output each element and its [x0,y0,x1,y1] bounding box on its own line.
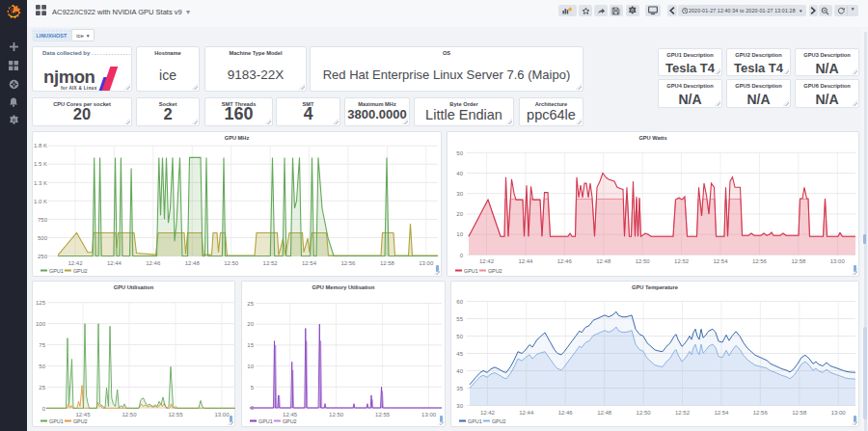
svg-text:12:55: 12:55 [375,412,391,418]
svg-text:12:56: 12:56 [340,260,356,266]
svg-text:GPU2: GPU2 [283,418,297,424]
svg-text:12:44: 12:44 [519,410,534,416]
svg-text:13:00: 13:00 [831,410,847,416]
svg-text:12:54: 12:54 [714,410,729,416]
svg-text:40: 40 [456,171,463,176]
svg-text:GPU2: GPU2 [73,268,88,274]
svg-text:GPU1: GPU1 [468,418,482,424]
svg-text:12:42: 12:42 [480,410,496,416]
svg-text:GPU1: GPU1 [258,418,273,424]
svg-text:10: 10 [456,231,463,237]
svg-text:1.3 K: 1.3 K [34,180,47,186]
svg-text:12:48: 12:48 [185,260,201,266]
svg-text:0: 0 [460,253,464,258]
svg-text:100: 100 [36,321,46,327]
svg-text:50: 50 [456,150,463,156]
svg-text:13:00: 13:00 [214,412,230,418]
svg-text:13:00: 13:00 [419,260,434,266]
svg-text:12:52: 12:52 [674,258,690,264]
svg-text:12:50: 12:50 [637,410,652,416]
svg-text:GPU2: GPU2 [492,418,506,424]
svg-text:35: 35 [456,386,463,391]
svg-text:12:50: 12:50 [122,412,137,418]
svg-text:5: 5 [251,385,255,391]
svg-text:12:50: 12:50 [224,260,239,266]
svg-text:15: 15 [247,342,254,348]
svg-text:12:58: 12:58 [791,258,806,264]
svg-text:12:42: 12:42 [479,258,495,264]
svg-text:30: 30 [456,403,463,409]
svg-text:12:52: 12:52 [675,410,691,416]
svg-text:1.5 K: 1.5 K [34,161,47,167]
svg-text:12:54: 12:54 [302,260,317,266]
svg-text:GPU2: GPU2 [488,268,502,274]
svg-text:12:45: 12:45 [283,412,298,418]
svg-text:1.8 K: 1.8 K [34,143,47,148]
svg-text:GPU1: GPU1 [49,268,64,274]
svg-text:125: 125 [36,300,46,306]
svg-text:750: 750 [38,217,48,223]
svg-text:12:58: 12:58 [380,260,395,266]
svg-text:13:00: 13:00 [830,258,846,264]
svg-text:20: 20 [456,211,463,217]
svg-text:12:48: 12:48 [597,410,612,416]
svg-text:50: 50 [39,364,45,369]
svg-text:55: 55 [456,316,463,322]
svg-text:12:44: 12:44 [518,258,533,264]
svg-text:40: 40 [456,368,463,374]
svg-text:20: 20 [247,321,254,327]
svg-text:10: 10 [247,364,254,369]
svg-text:GPU2: GPU2 [73,418,88,424]
svg-text:13:00: 13:00 [421,412,437,418]
svg-text:30: 30 [456,191,463,197]
svg-text:45: 45 [456,351,463,357]
svg-text:25: 25 [247,301,254,307]
svg-text:12:48: 12:48 [596,258,611,264]
svg-text:12:54: 12:54 [713,258,728,264]
svg-text:12:50: 12:50 [329,412,344,418]
svg-text:12:58: 12:58 [792,410,807,416]
svg-text:1.0 K: 1.0 K [34,199,47,204]
svg-text:60: 60 [456,299,463,305]
svg-text:12:56: 12:56 [752,258,768,264]
svg-text:12:46: 12:46 [557,258,573,264]
svg-text:12:44: 12:44 [107,260,122,266]
svg-text:0: 0 [42,406,46,412]
svg-text:12:46: 12:46 [146,260,161,266]
svg-text:12:45: 12:45 [75,412,91,418]
svg-text:12:50: 12:50 [636,258,651,264]
svg-text:500: 500 [38,235,48,241]
svg-text:12:52: 12:52 [263,260,279,266]
svg-text:GPU1: GPU1 [464,268,478,274]
svg-text:250: 250 [38,254,48,259]
svg-text:12:46: 12:46 [558,410,574,416]
svg-text:25: 25 [39,385,45,391]
svg-text:12:56: 12:56 [753,410,769,416]
svg-text:12:55: 12:55 [168,412,183,418]
svg-text:75: 75 [39,342,45,348]
svg-text:50: 50 [456,334,463,339]
svg-text:12:42: 12:42 [68,260,83,266]
svg-text:GPU1: GPU1 [49,418,64,424]
